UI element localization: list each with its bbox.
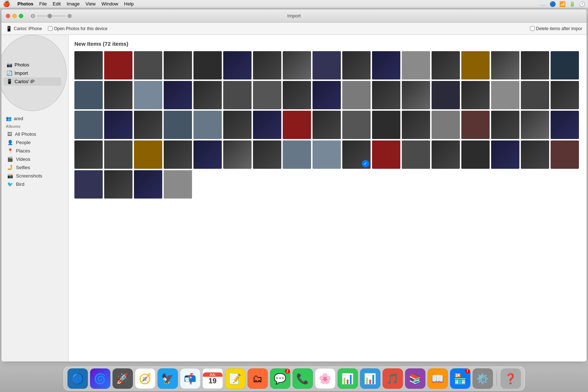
photo-thumb[interactable] <box>461 111 490 139</box>
photo-thumb[interactable] <box>491 51 519 79</box>
menu-image[interactable]: Image <box>66 1 79 7</box>
photo-thumb[interactable] <box>134 140 162 169</box>
photo-thumb[interactable] <box>104 140 132 169</box>
menu-window[interactable]: Window <box>102 1 118 7</box>
dock-item-music[interactable]: 🎵 <box>383 368 403 389</box>
photo-thumb[interactable] <box>134 81 162 109</box>
dock-item-launchpad[interactable]: 🚀 <box>113 368 133 389</box>
photo-thumb[interactable] <box>164 140 192 169</box>
photo-thumb[interactable] <box>74 111 103 139</box>
dock-item-help[interactable]: ❓ <box>501 368 521 389</box>
photo-thumb[interactable] <box>372 51 400 79</box>
sidebar-item-people[interactable]: 👤 People <box>3 138 67 147</box>
dock-item-calendar[interactable]: JUL19 <box>203 368 223 389</box>
photo-thumb[interactable] <box>283 51 311 79</box>
sidebar-item-screenshots[interactable]: 📸 Screenshots <box>3 172 67 180</box>
dock-item-ibooks[interactable]: 📖 <box>428 368 448 389</box>
menu-photos[interactable]: Photos <box>17 1 33 7</box>
photo-thumb[interactable] <box>342 81 371 109</box>
photo-thumb[interactable] <box>193 81 222 109</box>
photo-thumb[interactable] <box>74 140 103 169</box>
delete-checkbox[interactable] <box>530 26 535 31</box>
dock-item-keynote[interactable]: 📊 <box>360 368 380 389</box>
photo-thumb[interactable] <box>223 140 252 169</box>
dock-item-safari[interactable]: 🧭 <box>135 368 155 389</box>
dock-item-reminders[interactable]: 🗂 <box>248 368 268 389</box>
photo-thumb[interactable] <box>402 140 430 169</box>
photo-thumb[interactable] <box>342 111 371 139</box>
apple-menu[interactable]: 🍎 <box>3 0 10 7</box>
sidebar-item-import-circle[interactable]: 🔄 Import <box>4 69 61 77</box>
photo-thumb[interactable] <box>313 81 341 109</box>
open-photos-checkbox[interactable]: Open Photos for this device <box>48 26 107 31</box>
photo-thumb[interactable] <box>253 140 281 169</box>
photo-thumb[interactable] <box>372 81 400 109</box>
menu-help[interactable]: Help <box>124 1 134 7</box>
photo-thumb[interactable] <box>491 111 519 139</box>
close-button[interactable] <box>6 14 10 18</box>
photo-thumb[interactable] <box>193 51 222 79</box>
dock-item-siri[interactable]: 🌀 <box>90 368 110 389</box>
photo-thumb[interactable] <box>253 111 281 139</box>
photo-thumb[interactable] <box>283 81 311 109</box>
photo-thumb[interactable] <box>223 111 252 139</box>
dock-item-iphoto[interactable]: 📚 <box>405 368 425 389</box>
photo-thumb[interactable] <box>402 111 430 139</box>
photo-thumb[interactable] <box>372 111 400 139</box>
photo-thumb[interactable] <box>432 51 460 79</box>
photo-thumb[interactable] <box>134 111 162 139</box>
photo-thumb[interactable] <box>432 111 460 139</box>
photo-thumb[interactable] <box>461 81 490 109</box>
photo-thumb[interactable] <box>104 51 132 79</box>
photo-thumb[interactable] <box>313 140 341 169</box>
sidebar-item-videos[interactable]: 🎬 Videos <box>3 155 67 163</box>
open-photos-input[interactable] <box>48 26 53 31</box>
dock-item-numbers[interactable]: 📊 <box>338 368 358 389</box>
photo-thumb[interactable] <box>491 140 519 169</box>
dock-item-mail[interactable]: 📬 <box>180 368 200 389</box>
dock-item-photos[interactable]: 🌸 <box>315 368 335 389</box>
sidebar-item-selfies[interactable]: 🤳 Selfies <box>3 163 67 172</box>
fullscreen-button[interactable] <box>19 14 23 18</box>
photo-thumb[interactable] <box>223 81 252 109</box>
photo-thumb[interactable] <box>164 51 192 79</box>
dock-item-finder[interactable]: 🔵 <box>68 368 88 389</box>
photo-thumb[interactable] <box>193 140 222 169</box>
sidebar-item-bird[interactable]: 🐦 Bird <box>3 180 67 188</box>
photo-thumb[interactable] <box>402 81 430 109</box>
sidebar-item-places[interactable]: 📍 Places <box>3 147 67 155</box>
photo-thumb[interactable] <box>74 51 103 79</box>
photo-thumb[interactable] <box>104 170 132 199</box>
photo-thumb[interactable] <box>253 51 281 79</box>
photo-thumb[interactable] <box>164 111 192 139</box>
dock-item-system-preferences[interactable]: ⚙️ <box>473 368 493 389</box>
photo-thumb[interactable] <box>551 111 579 139</box>
photo-thumb[interactable] <box>74 170 103 199</box>
photo-thumb[interactable] <box>313 111 341 139</box>
photo-thumb[interactable] <box>461 51 490 79</box>
photo-thumb[interactable] <box>372 140 400 169</box>
photo-thumb[interactable] <box>551 81 579 109</box>
photo-thumb[interactable] <box>521 140 549 169</box>
photo-thumb[interactable] <box>283 140 311 169</box>
dock-item-facetime[interactable]: 📞 <box>293 368 313 389</box>
photo-thumb[interactable] <box>551 140 579 169</box>
photo-thumb[interactable]: ✓ <box>342 140 371 169</box>
sidebar-item-photos-circle[interactable]: 📷 Photos <box>4 61 61 69</box>
photo-thumb[interactable] <box>104 111 132 139</box>
dock-item-notes[interactable]: 📝 <box>225 368 245 389</box>
menu-file[interactable]: File <box>39 1 47 7</box>
photo-thumb[interactable] <box>432 140 460 169</box>
photo-thumb[interactable] <box>521 111 549 139</box>
photo-thumb[interactable] <box>74 81 103 109</box>
photo-thumb[interactable] <box>104 81 132 109</box>
dock-item-messages[interactable]: 💬2 <box>270 368 290 389</box>
photo-thumb[interactable] <box>432 81 460 109</box>
photo-thumb[interactable] <box>164 170 192 199</box>
menu-view[interactable]: View <box>86 1 96 7</box>
photo-thumb[interactable] <box>134 51 162 79</box>
photo-thumb[interactable] <box>283 111 311 139</box>
dock-item-app-store[interactable]: 🏪7 <box>450 368 470 389</box>
photo-thumb[interactable] <box>521 51 549 79</box>
photo-thumb[interactable] <box>491 81 519 109</box>
